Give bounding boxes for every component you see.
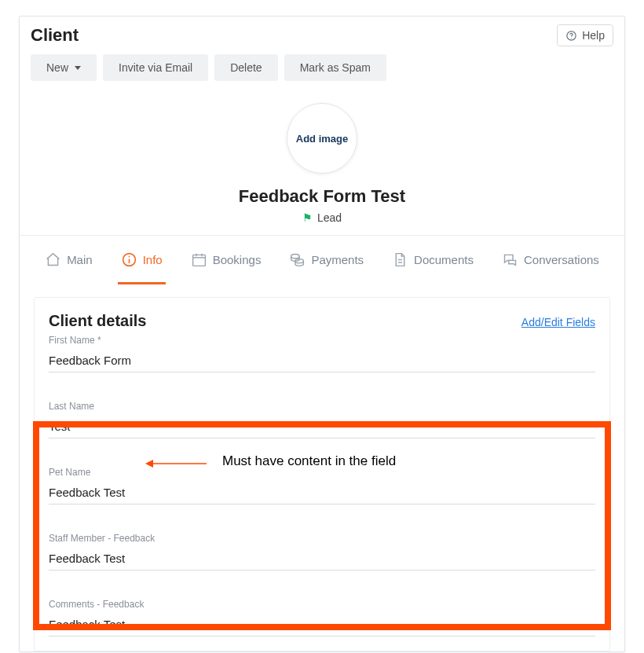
first-name-field[interactable] — [49, 350, 595, 372]
tab-bookings[interactable]: Bookings — [188, 247, 265, 284]
help-label: Help — [582, 29, 605, 42]
first-name-label: First Name * — [49, 335, 595, 346]
svg-rect-5 — [192, 255, 205, 266]
svg-point-4 — [128, 256, 130, 258]
tab-main-label: Main — [67, 253, 93, 266]
staff-member-field-group: Staff Member - Feedback — [49, 533, 595, 570]
svg-marker-14 — [145, 460, 153, 468]
last-name-field[interactable] — [49, 416, 595, 438]
tab-main[interactable]: Main — [42, 247, 96, 284]
staff-member-label: Staff Member - Feedback — [49, 533, 595, 544]
comments-field[interactable] — [49, 614, 595, 636]
flag-icon: ⚑ — [302, 211, 313, 224]
calendar-icon — [191, 251, 207, 268]
pet-name-field[interactable] — [49, 482, 595, 504]
help-icon — [565, 30, 577, 42]
tab-info-label: Info — [143, 253, 163, 266]
last-name-field-group: Last Name — [49, 401, 595, 438]
tab-bookings-label: Bookings — [213, 253, 262, 266]
annotation-arrow-icon — [145, 459, 208, 468]
mark-spam-button[interactable]: Mark as Spam — [284, 54, 386, 81]
tabs: Main Info Bookings Payments — [20, 236, 624, 284]
annotation-text: Must have content in the field — [222, 453, 396, 469]
svg-point-9 — [291, 255, 300, 259]
pet-name-field-group: Pet Name — [49, 467, 595, 504]
staff-member-field[interactable] — [49, 548, 595, 570]
add-edit-fields-link[interactable]: Add/Edit Fields — [521, 316, 595, 328]
coins-icon — [289, 251, 306, 268]
tab-info[interactable]: Info — [118, 247, 166, 284]
help-button[interactable]: Help — [557, 24, 613, 46]
comments-label: Comments - Feedback — [49, 599, 595, 610]
tab-payments-label: Payments — [311, 253, 364, 266]
info-icon — [121, 251, 137, 268]
profile-section: Add image Feedback Form Test ⚑ Lead — [20, 95, 624, 236]
client-status: ⚑ Lead — [302, 211, 342, 224]
tab-conversations[interactable]: Conversations — [499, 247, 602, 284]
client-details-heading: Client details — [49, 312, 146, 330]
chat-icon — [502, 251, 518, 268]
toolbar: New Invite via Email Delete Mark as Spam — [20, 46, 624, 92]
page-title: Client — [31, 25, 79, 46]
last-name-label: Last Name — [49, 401, 595, 412]
home-icon — [45, 251, 61, 268]
tab-documents-label: Documents — [414, 253, 474, 266]
document-icon — [392, 251, 408, 268]
tab-documents[interactable]: Documents — [389, 247, 477, 284]
invite-email-button[interactable]: Invite via Email — [103, 54, 208, 81]
svg-point-1 — [571, 38, 572, 39]
delete-button[interactable]: Delete — [214, 54, 277, 81]
tab-payments[interactable]: Payments — [286, 247, 367, 284]
status-label: Lead — [317, 211, 342, 224]
add-image-button[interactable]: Add image — [287, 103, 357, 174]
tab-conversations-label: Conversations — [524, 253, 599, 266]
first-name-field-group: First Name * — [49, 335, 595, 372]
caret-down-icon — [75, 66, 81, 70]
new-button[interactable]: New — [31, 54, 97, 81]
client-name: Feedback Form Test — [20, 186, 624, 207]
comments-field-group: Comments - Feedback — [49, 599, 595, 636]
new-label: New — [46, 61, 68, 74]
client-details-panel: Client details Add/Edit Fields First Nam… — [34, 297, 610, 651]
